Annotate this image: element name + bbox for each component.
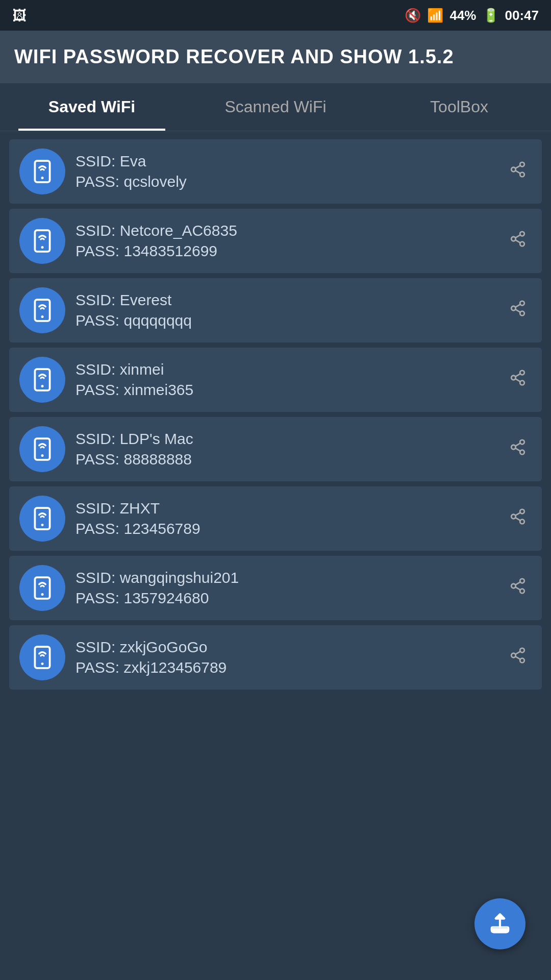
svg-point-29 — [41, 454, 44, 457]
phone-wifi-icon — [30, 506, 55, 531]
svg-point-36 — [41, 524, 44, 526]
wifi-pass: PASS: 13483512699 — [76, 242, 494, 260]
battery-icon: 🔋 — [483, 8, 499, 23]
wifi-ssid: SSID: Netcore_AC6835 — [76, 222, 494, 239]
app-title: WIFI PASSWORD RECOVER AND SHOW 1.5.2 — [14, 46, 537, 68]
wifi-pass: PASS: 123456789 — [76, 520, 494, 537]
svg-line-6 — [515, 165, 520, 168]
svg-point-43 — [41, 593, 44, 596]
share-button[interactable] — [504, 642, 532, 673]
share-button[interactable] — [504, 295, 532, 326]
phone-wifi-icon — [30, 436, 55, 462]
wifi-info: SSID: Netcore_AC6835 PASS: 13483512699 — [76, 222, 494, 260]
svg-line-12 — [515, 240, 520, 243]
svg-point-22 — [41, 385, 44, 387]
phone-wifi-icon — [30, 367, 55, 393]
share-button[interactable] — [504, 503, 532, 534]
wifi-list-item: SSID: Netcore_AC6835 PASS: 13483512699 — [9, 209, 542, 273]
upload-fab[interactable] — [474, 898, 525, 949]
svg-line-55 — [515, 651, 520, 654]
wifi-ssid: SSID: wangqingshui201 — [76, 569, 494, 586]
share-button[interactable] — [504, 433, 532, 465]
svg-line-48 — [515, 582, 520, 585]
clock: 00:47 — [505, 8, 539, 23]
wifi-ssid: SSID: ZHXT — [76, 500, 494, 517]
wifi-pass: PASS: 1357924680 — [76, 590, 494, 607]
wifi-device-icon — [19, 218, 65, 264]
wifi-list-item: SSID: zxkjGoGoGo PASS: zxkj123456789 — [9, 625, 542, 690]
wifi-list-item: SSID: Eva PASS: qcslovely — [9, 139, 542, 204]
wifi-list-item: SSID: Everest PASS: qqqqqqqq — [9, 278, 542, 342]
share-button[interactable] — [504, 572, 532, 604]
wifi-pass: PASS: 88888888 — [76, 451, 494, 468]
app-header: WIFI PASSWORD RECOVER AND SHOW 1.5.2 — [0, 31, 551, 83]
wifi-device-icon — [19, 496, 65, 542]
share-button[interactable] — [504, 225, 532, 257]
mute-icon: 🔇 — [405, 8, 421, 23]
signal-icon: 📶 — [427, 8, 443, 23]
wifi-device-icon — [19, 287, 65, 333]
svg-line-47 — [515, 587, 520, 590]
share-button[interactable] — [504, 364, 532, 396]
tab-scanned-wifi[interactable]: Scanned WiFi — [184, 83, 367, 131]
wifi-ssid: SSID: LDP's Mac — [76, 430, 494, 448]
upload-icon — [487, 911, 513, 937]
wifi-device-icon — [19, 634, 65, 680]
status-bar-right: 🔇 📶 44% 🔋 00:47 — [405, 8, 539, 23]
status-bar: 🖼 🔇 📶 44% 🔋 00:47 — [0, 0, 551, 31]
wifi-device-icon — [19, 149, 65, 194]
phone-wifi-icon — [30, 575, 55, 601]
phone-wifi-icon — [30, 159, 55, 184]
wifi-info: SSID: Eva PASS: qcslovely — [76, 153, 494, 190]
svg-line-54 — [515, 656, 520, 659]
wifi-pass: PASS: zxkj123456789 — [76, 659, 494, 676]
share-button[interactable] — [504, 156, 532, 187]
svg-line-26 — [515, 379, 520, 382]
status-bar-left: 🖼 — [12, 7, 27, 24]
wifi-info: SSID: xinmei PASS: xinmei365 — [76, 361, 494, 399]
wifi-ssid: SSID: xinmei — [76, 361, 494, 378]
wifi-ssid: SSID: Everest — [76, 291, 494, 309]
svg-point-8 — [41, 246, 44, 249]
wifi-list-item: SSID: ZHXT PASS: 123456789 — [9, 486, 542, 551]
svg-point-1 — [41, 177, 44, 179]
svg-line-20 — [515, 304, 520, 307]
tab-saved-wifi[interactable]: Saved WiFi — [0, 83, 184, 131]
wifi-list-item: SSID: LDP's Mac PASS: 88888888 — [9, 417, 542, 481]
svg-point-15 — [41, 315, 44, 318]
svg-line-41 — [515, 512, 520, 516]
wifi-info: SSID: ZHXT PASS: 123456789 — [76, 500, 494, 537]
wifi-pass: PASS: xinmei365 — [76, 381, 494, 399]
phone-wifi-icon — [30, 298, 55, 323]
wifi-info: SSID: zxkjGoGoGo PASS: zxkj123456789 — [76, 639, 494, 676]
wifi-list-item: SSID: wangqingshui201 PASS: 1357924680 — [9, 556, 542, 620]
svg-line-13 — [515, 235, 520, 238]
wifi-info: SSID: LDP's Mac PASS: 88888888 — [76, 430, 494, 468]
phone-wifi-icon — [30, 228, 55, 254]
wifi-device-icon — [19, 426, 65, 472]
svg-line-19 — [515, 309, 520, 312]
wifi-info: SSID: Everest PASS: qqqqqqqq — [76, 291, 494, 329]
wifi-list: SSID: Eva PASS: qcslovely SSID: Netcore_… — [0, 131, 551, 698]
battery-level: 44% — [449, 8, 476, 23]
tab-toolbox[interactable]: ToolBox — [367, 83, 551, 131]
phone-wifi-icon — [30, 645, 55, 670]
svg-line-33 — [515, 448, 520, 451]
wifi-info: SSID: wangqingshui201 PASS: 1357924680 — [76, 569, 494, 607]
wifi-list-item: SSID: xinmei PASS: xinmei365 — [9, 348, 542, 412]
wifi-pass: PASS: qcslovely — [76, 173, 494, 190]
wifi-pass: PASS: qqqqqqqq — [76, 312, 494, 329]
svg-line-27 — [515, 374, 520, 377]
svg-line-34 — [515, 443, 520, 446]
wifi-device-icon — [19, 565, 65, 611]
wifi-ssid: SSID: Eva — [76, 153, 494, 170]
svg-line-40 — [515, 518, 520, 521]
wifi-device-icon — [19, 357, 65, 403]
image-icon: 🖼 — [12, 7, 27, 24]
wifi-ssid: SSID: zxkjGoGoGo — [76, 639, 494, 656]
svg-point-50 — [41, 663, 44, 665]
svg-line-5 — [515, 170, 520, 174]
tabs-container: Saved WiFi Scanned WiFi ToolBox — [0, 83, 551, 131]
